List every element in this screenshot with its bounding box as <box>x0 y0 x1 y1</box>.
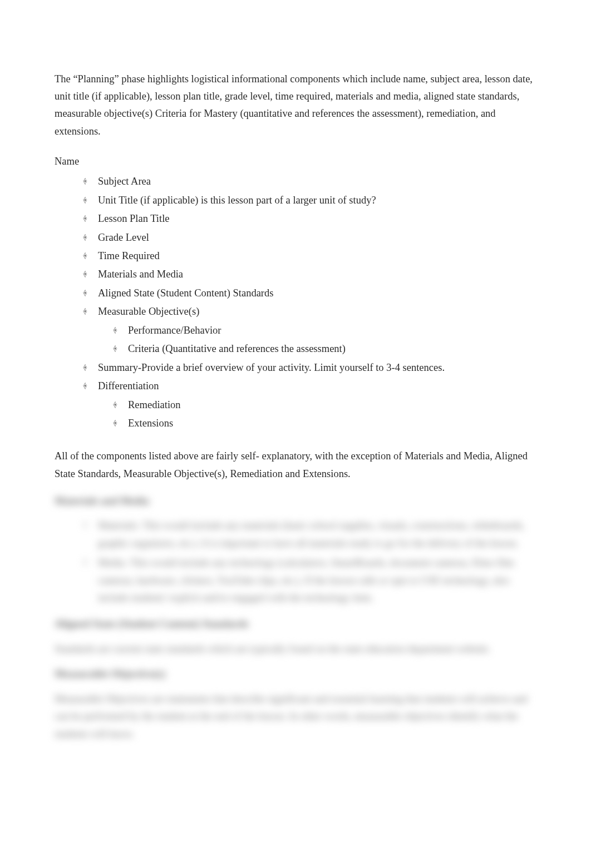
list-item: Extensions <box>111 415 535 432</box>
list-item: Lesson Plan Title <box>81 210 535 227</box>
list-item: Materials- This would include any materi… <box>81 517 535 552</box>
list-item: Criteria (Quantitative and references th… <box>111 340 535 358</box>
blurred-list: Materials- This would include any materi… <box>81 517 535 607</box>
list-item: Aligned State (Student Content) Standard… <box>81 285 535 302</box>
list-item: Grade Level <box>81 229 535 246</box>
blurred-heading: Measurable Objective(s) <box>55 668 535 680</box>
planning-components-list: Subject Area Unit Title (if applicable) … <box>81 173 535 432</box>
list-item: Measurable Objective(s) Performance/Beha… <box>81 303 535 358</box>
document-page: The “Planning” phase highlights logistic… <box>0 0 591 784</box>
list-item-label: Differentiation <box>98 380 159 391</box>
list-item: Unit Title (if applicable) is this lesso… <box>81 192 535 209</box>
intro-paragraph: The “Planning” phase highlights logistic… <box>55 71 535 141</box>
sub-list: Remediation Extensions <box>111 396 535 433</box>
list-item-label: Measurable Objective(s) <box>98 306 199 317</box>
name-label: Name <box>55 156 535 167</box>
list-item: Differentiation Remediation Extensions <box>81 378 535 432</box>
list-item: Remediation <box>111 396 535 414</box>
blurred-preview-section: Materials and Media Materials- This woul… <box>55 495 535 743</box>
blurred-heading: Materials and Media <box>55 495 535 507</box>
list-item: Media- This would include any technology… <box>81 554 535 607</box>
blurred-paragraph: Standards are current state standards wh… <box>55 641 535 658</box>
list-item: Summary-Provide a brief overview of your… <box>81 359 535 376</box>
blurred-paragraph: Measurable Objectives are statements tha… <box>55 691 535 743</box>
list-item: Materials and Media <box>81 266 535 283</box>
blurred-heading: Aligned State (Student Content) Standard… <box>55 618 535 630</box>
list-item: Subject Area <box>81 173 535 190</box>
sub-list: Performance/Behavior Criteria (Quantitat… <box>111 322 535 358</box>
list-item: Performance/Behavior <box>111 322 535 339</box>
list-item: Time Required <box>81 247 535 265</box>
explanatory-paragraph: All of the components listed above are f… <box>55 448 535 483</box>
